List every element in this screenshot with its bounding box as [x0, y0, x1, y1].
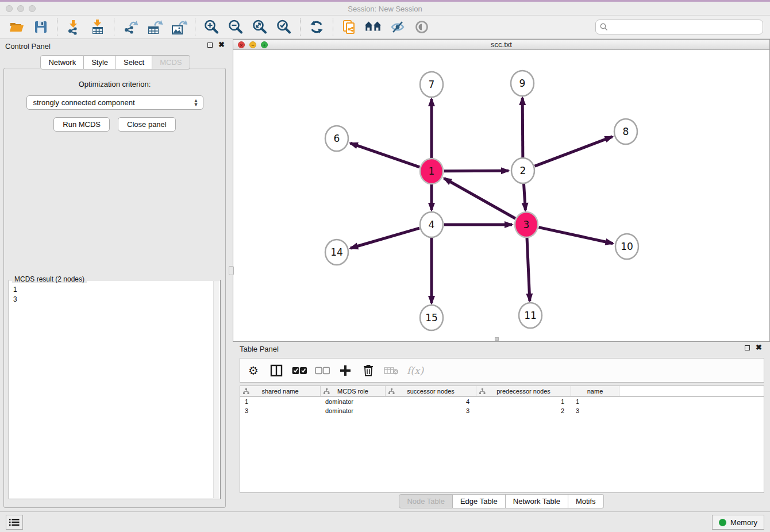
import-network-button[interactable]: [64, 18, 83, 36]
session-title: Session: New Session: [0, 5, 770, 13]
eye-slash-icon: [390, 19, 406, 35]
graph-node-10[interactable]: 10: [615, 234, 638, 259]
add-row-button[interactable]: [338, 363, 353, 379]
close-panel-button[interactable]: Close panel: [118, 117, 176, 132]
graph-node-3[interactable]: 3: [515, 212, 538, 237]
import-table-button[interactable]: [88, 18, 107, 36]
criterion-dropdown[interactable]: strongly connected component ▲▼: [26, 95, 203, 110]
control-tab-select[interactable]: Select: [116, 55, 152, 70]
graph-node-7[interactable]: 7: [420, 72, 443, 97]
run-mcds-button[interactable]: Run MCDS: [53, 117, 110, 132]
table-cell[interactable]: 3: [386, 406, 476, 415]
graph-node-4[interactable]: 4: [420, 212, 443, 237]
graph-edge-3-11[interactable]: [527, 237, 530, 301]
table-cell[interactable]: 3: [240, 406, 321, 415]
table-panel-close-icon[interactable]: ✖: [756, 345, 762, 350]
graph-edge-1-6[interactable]: [351, 143, 420, 167]
zoom-out-button[interactable]: [226, 18, 245, 36]
gear-icon: ⚙: [248, 364, 259, 377]
graph-edge-3-10[interactable]: [538, 228, 613, 244]
table-tab-edge-table[interactable]: Edge Table: [453, 494, 506, 508]
graph-node-8[interactable]: 8: [614, 119, 637, 144]
column-header-shared-name[interactable]: shared name: [240, 386, 321, 396]
table-header-row: shared nameMCDS rolesuccessor nodesprede…: [240, 386, 764, 397]
table-tab-network-table[interactable]: Network Table: [506, 494, 568, 508]
select-all-checkboxes-button[interactable]: [292, 363, 307, 379]
result-scrollbar[interactable]: [213, 281, 220, 498]
column-header-name[interactable]: name: [571, 386, 619, 396]
graph-edge-3-1[interactable]: [444, 178, 515, 218]
function-builder-button[interactable]: f(x): [407, 363, 424, 379]
control-tab-network[interactable]: Network: [40, 55, 84, 70]
network-canvas[interactable]: 7968124314101511: [233, 50, 769, 341]
task-history-button[interactable]: [6, 515, 23, 530]
memory-label: Memory: [730, 518, 757, 527]
deselect-all-checkboxes-button[interactable]: [315, 363, 330, 379]
toolbar-separator: [114, 18, 114, 36]
control-tab-style[interactable]: Style: [84, 55, 116, 70]
table-row[interactable]: 3dominator323: [240, 406, 764, 415]
table-cell[interactable]: 1: [476, 397, 571, 406]
network-maximize-button[interactable]: +: [261, 41, 268, 48]
zoom-selected-button[interactable]: [275, 18, 293, 36]
unchecked-boxes-icon: [315, 367, 330, 375]
table-cell[interactable]: dominator: [321, 406, 386, 415]
graph-node-14[interactable]: 14: [325, 240, 348, 265]
import-network-icon: [66, 19, 82, 35]
export-network-button[interactable]: [121, 18, 140, 36]
table-tab-motifs[interactable]: Motifs: [568, 494, 604, 508]
show-columns-button[interactable]: [269, 363, 284, 379]
table-cell[interactable]: 3: [571, 406, 619, 415]
panel-divider-grip[interactable]: [229, 266, 234, 275]
network-minimize-button[interactable]: −: [249, 41, 256, 48]
graph-node-2[interactable]: 2: [511, 158, 534, 183]
table-cell[interactable]: 1: [240, 397, 321, 406]
hide-selected-button[interactable]: [388, 18, 407, 36]
table-cell[interactable]: 4: [386, 397, 476, 406]
export-table-button[interactable]: [145, 18, 164, 36]
table-options-button[interactable]: ⚙: [246, 363, 261, 379]
control-panel-close-icon[interactable]: ✖: [218, 42, 225, 48]
network-window-titlebar[interactable]: × − + scc.txt: [233, 40, 769, 50]
search-input[interactable]: [611, 21, 763, 33]
graph-node-15[interactable]: 15: [420, 305, 443, 330]
delete-column-button[interactable]: [384, 363, 399, 379]
app-titlebar: Session: New Session: [0, 0, 770, 16]
eye-icon: [414, 19, 430, 35]
zoom-in-button[interactable]: [202, 18, 221, 36]
refresh-view-button[interactable]: [307, 18, 326, 36]
graph-edge-1-2[interactable]: [444, 171, 509, 171]
control-panel-float-button[interactable]: [207, 43, 213, 48]
delete-row-button[interactable]: [361, 363, 376, 379]
graph-edge-2-9[interactable]: [522, 98, 523, 158]
memory-button[interactable]: Memory: [712, 515, 764, 530]
show-hidden-button[interactable]: [413, 18, 431, 36]
graph-edge-4-14[interactable]: [351, 228, 419, 248]
column-header-predecessor-nodes[interactable]: predecessor nodes: [476, 386, 571, 396]
open-session-button[interactable]: [7, 18, 26, 36]
control-tab-mcds[interactable]: MCDS: [152, 55, 190, 70]
column-header-MCDS-role[interactable]: MCDS role: [321, 386, 386, 396]
table-cell[interactable]: dominator: [321, 397, 386, 406]
column-header-successor-nodes[interactable]: successor nodes: [386, 386, 476, 396]
canvas-resize-grip[interactable]: [495, 337, 499, 341]
graph-edge-2-8[interactable]: [535, 137, 613, 166]
table-tab-node-table[interactable]: Node Table: [399, 494, 453, 508]
graph-edge-2-3[interactable]: [523, 183, 525, 210]
save-session-button[interactable]: [32, 18, 50, 36]
table-row[interactable]: 1dominator411: [240, 397, 764, 406]
table-cell[interactable]: 1: [571, 397, 619, 406]
table-panel-float-button[interactable]: [745, 345, 750, 350]
graph-node-6[interactable]: 6: [325, 126, 348, 151]
table-cell[interactable]: 2: [476, 406, 571, 415]
graph-node-9[interactable]: 9: [511, 71, 534, 96]
svg-text:9: 9: [519, 78, 526, 89]
new-network-from-selection-button[interactable]: [340, 18, 359, 36]
graph-node-11[interactable]: 11: [519, 303, 542, 328]
zoom-fit-button[interactable]: [251, 18, 269, 36]
mcds-panel: Optimization criterion: strongly connect…: [3, 68, 226, 508]
graph-node-1[interactable]: 1: [420, 159, 443, 184]
first-neighbors-button[interactable]: [364, 18, 383, 36]
network-close-button[interactable]: ×: [238, 41, 245, 48]
export-image-button[interactable]: [170, 18, 188, 36]
